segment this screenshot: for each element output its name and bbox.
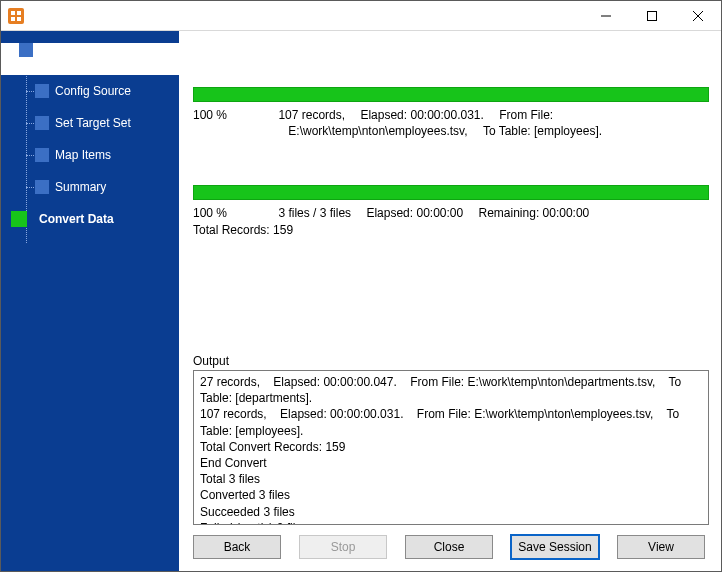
file-progress-block: 100 % 107 records, Elapsed: 00:00:00.031… (193, 87, 709, 139)
overall-progress-files: 3 files / 3 files (278, 205, 351, 221)
stop-button: Stop (299, 535, 387, 559)
step-map-items[interactable]: Map Items (1, 139, 179, 171)
step-label: Summary (55, 180, 106, 194)
view-button[interactable]: View (617, 535, 705, 559)
step-summary[interactable]: Summary (1, 171, 179, 203)
file-progress-elapsed: Elapsed: 00:00:00.031. (360, 107, 483, 123)
maximize-button[interactable] (629, 1, 675, 31)
step-convert-data[interactable]: Convert Data (1, 203, 179, 235)
file-progress-info: 100 % 107 records, Elapsed: 00:00:00.031… (193, 107, 709, 139)
minimize-button[interactable] (583, 1, 629, 31)
overall-progress-bar (193, 185, 709, 200)
overall-progress-elapsed: Elapsed: 00:00:00 (366, 205, 463, 221)
step-config-source[interactable]: Config Source (1, 75, 179, 107)
step-active-icon (11, 211, 27, 227)
file-progress-from-value: E:\work\temp\nton\employees.tsv, (288, 123, 467, 139)
output-section: Output 27 records, Elapsed: 00:00:00.047… (193, 354, 709, 525)
overall-progress-total: Total Records: 159 (193, 222, 293, 238)
overall-progress-percent: 100 % (193, 205, 227, 221)
back-button[interactable]: Back (193, 535, 281, 559)
file-progress-bar (193, 87, 709, 102)
overall-progress-info: 100 % 3 files / 3 files Elapsed: 00:00:0… (193, 205, 709, 237)
svg-rect-1 (648, 11, 657, 20)
file-progress-percent: 100 % (193, 107, 227, 123)
step-box-icon (19, 43, 33, 57)
step-box-icon (35, 180, 49, 194)
button-row: Back Stop Close Save Session View (179, 525, 721, 571)
step-box-icon (35, 116, 49, 130)
step-open-source-set[interactable]: Open Source Set (1, 43, 179, 75)
output-label: Output (193, 354, 709, 368)
save-session-button[interactable]: Save Session (511, 535, 599, 559)
close-button[interactable]: Close (405, 535, 493, 559)
step-label: Open Source Set (41, 43, 133, 57)
app-window: Open Source Set Config Source Set Target… (0, 0, 722, 572)
overall-progress-remaining: Remaining: 00:00:00 (479, 205, 590, 221)
step-set-target-set[interactable]: Set Target Set (1, 107, 179, 139)
titlebar (1, 1, 721, 31)
close-window-button[interactable] (675, 1, 721, 31)
file-progress-from-label: From File: (499, 107, 553, 123)
overall-progress-block: 100 % 3 files / 3 files Elapsed: 00:00:0… (193, 185, 709, 237)
main-panel: 100 % 107 records, Elapsed: 00:00:00.031… (179, 31, 721, 571)
step-box-icon (35, 148, 49, 162)
step-label: Config Source (55, 84, 131, 98)
step-label: Map Items (55, 148, 111, 162)
output-textarea[interactable]: 27 records, Elapsed: 00:00:00.047. From … (193, 370, 709, 525)
app-icon (8, 8, 24, 24)
step-box-icon (35, 84, 49, 98)
wizard-sidebar: Open Source Set Config Source Set Target… (1, 31, 179, 571)
step-label: Set Target Set (55, 116, 131, 130)
step-label: Convert Data (39, 212, 114, 226)
file-progress-records: 107 records, (278, 107, 345, 123)
file-progress-to: To Table: [employees]. (483, 123, 602, 139)
